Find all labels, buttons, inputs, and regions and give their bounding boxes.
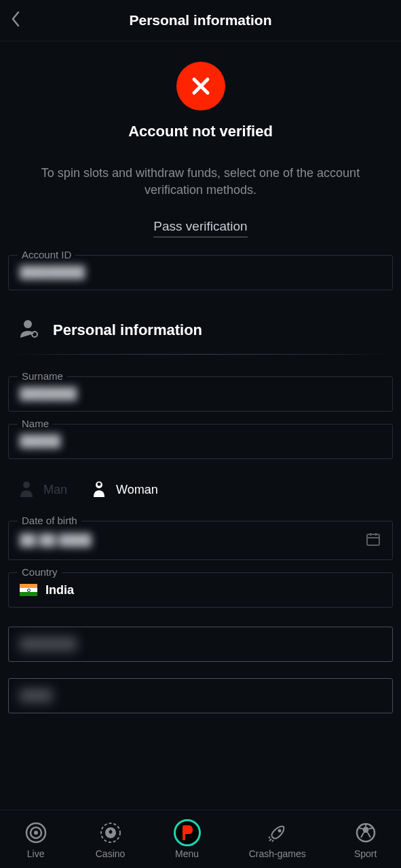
calendar-icon[interactable] [365,531,381,550]
city-field: ████ [8,678,393,713]
section-title: Personal information [53,321,202,339]
nav-crash-games[interactable]: Crash-games [249,820,306,859]
field-label: Country [18,566,62,578]
account-id-field: Account ID ████████ [8,255,393,290]
dob-input[interactable]: ██ ██ ████ [8,521,393,560]
field-value: ███████ [20,637,77,651]
svg-point-14 [278,829,281,832]
svg-line-16 [272,840,273,842]
surname-field: Surname ███████ [8,376,393,412]
svg-point-4 [98,483,101,486]
svg-point-0 [24,320,32,328]
error-icon [176,62,225,111]
field-label: Surname [18,370,67,382]
page-title: Personal information [11,12,390,28]
nav-label: Casino [96,848,126,859]
region-input[interactable]: ███████ [8,627,393,662]
casino-icon [98,821,123,845]
svg-rect-5 [367,534,379,545]
woman-icon [90,479,108,500]
menu-icon [174,819,201,846]
name-input[interactable]: █████ [8,424,393,459]
field-value: █████ [20,435,60,448]
status-description: To spin slots and withdraw funds, select… [8,165,393,199]
svg-point-11 [34,831,38,835]
field-value: ████ [20,689,52,703]
gender-label: Woman [116,483,158,497]
divider [8,354,393,355]
india-flag-icon [20,584,37,596]
nav-live[interactable]: Live [24,820,47,859]
nav-sport[interactable]: Sport [354,820,377,859]
name-field: Name █████ [8,424,393,459]
country-select[interactable]: India [8,572,393,608]
nav-label: Sport [354,848,377,859]
rocket-icon [266,821,289,844]
nav-casino[interactable]: Casino [96,820,126,859]
content-area: Account not verified To spin slots and w… [0,41,401,713]
top-bar: Personal information [0,0,401,41]
country-field: Country India [8,572,393,608]
field-label: Date of birth [18,515,81,526]
field-value: ██ ██ ████ [20,534,92,547]
field-value: ███████ [20,387,77,401]
field-label: Name [18,418,53,429]
gender-selector: Man Woman [18,479,393,500]
svg-line-17 [269,837,270,838]
person-gear-icon [18,317,41,343]
dob-field: Date of birth ██ ██ ████ [8,521,393,560]
status-title: Account not verified [8,123,393,140]
gender-option-woman[interactable]: Woman [90,479,158,500]
sport-icon [355,822,377,844]
pass-verification-link[interactable]: Pass verification [153,219,247,237]
gender-label: Man [43,483,67,497]
svg-point-2 [23,481,30,488]
country-value: India [45,583,74,597]
bottom-nav: Live Casino Menu [0,810,401,868]
chevron-left-icon [11,11,20,27]
nav-label: Crash-games [249,848,306,859]
verification-status: Account not verified To spin slots and w… [8,62,393,255]
nav-label: Menu [175,848,199,859]
nav-menu[interactable]: Menu [174,820,201,859]
section-header: Personal information [18,317,393,343]
field-label: Account ID [18,249,75,260]
field-value: ████████ [20,266,85,279]
live-icon [24,821,47,844]
back-button[interactable] [11,11,20,30]
gender-option-man[interactable]: Man [18,479,67,500]
man-icon [18,479,35,500]
city-input[interactable]: ████ [8,678,393,713]
nav-label: Live [27,848,45,859]
svg-line-15 [269,839,271,841]
region-field: ███████ [8,627,393,662]
